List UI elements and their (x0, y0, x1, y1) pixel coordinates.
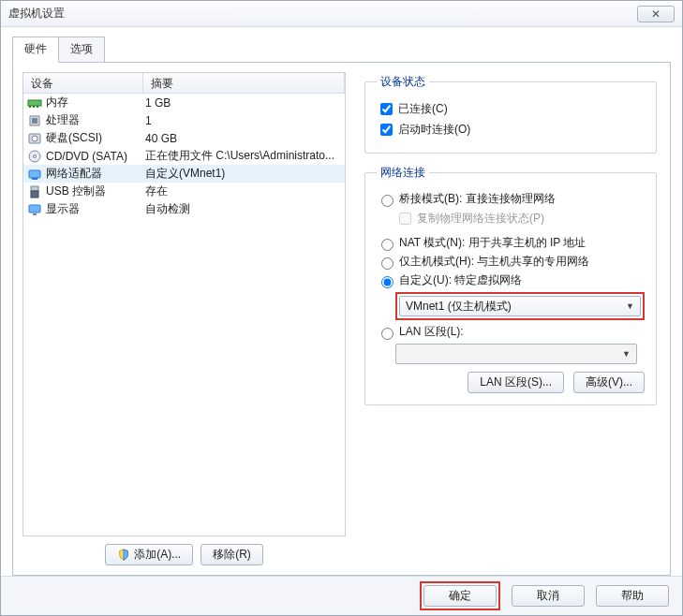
connect-poweron-checkbox-row[interactable]: 启动时连接(O) (377, 121, 645, 139)
vm-settings-window: 虚拟机设置 ✕ 硬件 选项 设备 摘要 内存1 GB处理器1硬盘(SCSI)40… (0, 0, 683, 616)
close-icon: ✕ (651, 7, 661, 21)
custom-label: 自定义(U): 特定虚拟网络 (399, 272, 522, 288)
replicate-label: 复制物理网络连接状态(P) (417, 211, 544, 227)
lan-label: LAN 区段(L): (399, 324, 464, 340)
list-item[interactable]: 内存1 GB (23, 94, 345, 111)
device-summary: 自定义(VMnet1) (145, 166, 345, 182)
custom-radio-row[interactable]: 自定义(U): 特定虚拟网络 (377, 272, 645, 288)
chevron-down-icon: ▼ (626, 301, 634, 311)
nat-label: NAT 模式(N): 用于共享主机的 IP 地址 (399, 235, 586, 251)
device-list: 设备 摘要 内存1 GB处理器1硬盘(SCSI)40 GBCD/DVD (SAT… (22, 72, 346, 536)
svg-point-7 (32, 136, 37, 141)
network-group: 网络连接 桥接模式(B): 直接连接物理网络 复制物理网络连接状态(P) NAT… (364, 165, 657, 405)
device-status-legend: 设备状态 (377, 74, 429, 90)
svg-rect-3 (37, 106, 38, 108)
custom-network-combo[interactable]: VMnet1 (仅主机模式) ▼ (399, 296, 641, 316)
chevron-down-icon: ▼ (622, 349, 631, 359)
bridged-radio[interactable] (381, 195, 393, 207)
custom-radio[interactable] (381, 276, 393, 288)
body: 硬件 选项 设备 摘要 内存1 GB处理器1硬盘(SCSI)40 GBCD/DV… (1, 27, 682, 576)
list-item[interactable]: CD/DVD (SATA)正在使用文件 C:\Users\Administrat… (23, 147, 345, 165)
net-icon (27, 167, 42, 182)
nat-radio-row[interactable]: NAT 模式(N): 用于共享主机的 IP 地址 (377, 235, 645, 251)
advanced-button[interactable]: 高级(V)... (573, 372, 645, 393)
connected-label: 已连接(C) (398, 101, 448, 117)
ok-button-highlight: 确定 (420, 581, 500, 610)
add-button[interactable]: 添加(A)... (105, 544, 193, 565)
help-button[interactable]: 帮助 (596, 585, 669, 607)
header-device[interactable]: 设备 (23, 73, 143, 93)
svg-rect-1 (29, 106, 31, 108)
advanced-button-label: 高级(V)... (586, 374, 632, 390)
device-summary: 存在 (145, 183, 345, 199)
custom-network-combo-value: VMnet1 (仅主机模式) (406, 299, 512, 315)
connect-poweron-label: 启动时连接(O) (398, 122, 470, 138)
svg-rect-5 (32, 118, 37, 124)
footer: 确定 取消 帮助 (1, 576, 682, 615)
hostonly-label: 仅主机模式(H): 与主机共享的专用网络 (399, 254, 589, 270)
connect-poweron-checkbox[interactable] (380, 124, 393, 136)
titlebar: 虚拟机设置 ✕ (1, 1, 682, 27)
ok-button-label: 确定 (449, 588, 471, 604)
memory-icon (27, 95, 42, 110)
remove-button[interactable]: 移除(R) (200, 544, 263, 565)
device-summary: 自动检测 (145, 201, 345, 217)
lan-segment-combo: ▼ (395, 344, 637, 364)
connected-checkbox-row[interactable]: 已连接(C) (377, 100, 645, 118)
svg-rect-2 (33, 106, 35, 108)
usb-icon (27, 184, 42, 199)
device-name: USB 控制器 (46, 183, 145, 199)
device-name: 内存 (46, 95, 145, 110)
lan-radio[interactable] (381, 328, 393, 340)
list-item[interactable]: 处理器1 (23, 111, 345, 129)
lan-radio-row[interactable]: LAN 区段(L): (377, 324, 645, 340)
svg-point-9 (34, 154, 37, 157)
cancel-button-label: 取消 (537, 588, 559, 604)
custom-combo-wrap: VMnet1 (仅主机模式) ▼ (395, 292, 645, 320)
custom-combo-highlight: VMnet1 (仅主机模式) ▼ (395, 292, 645, 320)
list-item[interactable]: 硬盘(SCSI)40 GB (23, 129, 345, 147)
svg-rect-12 (31, 186, 38, 191)
svg-rect-0 (28, 100, 41, 106)
network-legend: 网络连接 (377, 165, 429, 181)
lan-segments-button[interactable]: LAN 区段(S)... (468, 372, 564, 393)
add-button-label: 添加(A)... (134, 547, 181, 563)
tab-strip: 硬件 选项 (12, 37, 671, 63)
tab-options[interactable]: 选项 (58, 37, 105, 63)
hardware-panel: 设备 摘要 内存1 GB处理器1硬盘(SCSI)40 GBCD/DVD (SAT… (12, 62, 671, 576)
lan-combo-wrap: ▼ (395, 344, 645, 364)
cpu-icon (27, 113, 42, 128)
device-name: 处理器 (46, 112, 145, 128)
close-button[interactable]: ✕ (637, 6, 675, 22)
list-item[interactable]: 网络适配器自定义(VMnet1) (23, 165, 345, 183)
tab-options-label: 选项 (70, 42, 93, 55)
cancel-button[interactable]: 取消 (512, 585, 585, 607)
right-column: 设备状态 已连接(C) 启动时连接(O) 网络连接 桥接模式(B): 直接连接物 (355, 72, 661, 565)
hostonly-radio[interactable] (381, 257, 393, 270)
svg-rect-15 (33, 213, 37, 215)
help-button-label: 帮助 (621, 588, 644, 604)
display-icon (27, 202, 42, 217)
connected-checkbox[interactable] (380, 103, 393, 115)
lan-segments-button-label: LAN 区段(S)... (480, 374, 552, 390)
hostonly-radio-row[interactable]: 仅主机模式(H): 与主机共享的专用网络 (377, 254, 645, 270)
remove-button-label: 移除(R) (213, 547, 251, 563)
tab-hardware[interactable]: 硬件 (12, 37, 59, 63)
left-column: 设备 摘要 内存1 GB处理器1硬盘(SCSI)40 GBCD/DVD (SAT… (22, 72, 346, 565)
device-status-group: 设备状态 已连接(C) 启动时连接(O) (364, 74, 657, 154)
ok-button[interactable]: 确定 (423, 585, 497, 607)
svg-rect-13 (31, 191, 38, 198)
header-summary[interactable]: 摘要 (143, 73, 345, 93)
list-item[interactable]: 显示器自动检测 (23, 200, 345, 218)
window-title: 虚拟机设置 (8, 6, 65, 22)
cd-icon (27, 149, 42, 164)
bridged-radio-row[interactable]: 桥接模式(B): 直接连接物理网络 (377, 191, 645, 207)
network-button-row: LAN 区段(S)... 高级(V)... (377, 372, 645, 393)
device-summary: 正在使用文件 C:\Users\Administrato... (145, 148, 345, 164)
replicate-checkbox-row: 复制物理网络连接状态(P) (395, 210, 645, 227)
svg-rect-11 (32, 178, 37, 180)
list-item[interactable]: USB 控制器存在 (23, 183, 345, 200)
nat-radio[interactable] (381, 239, 393, 251)
shield-icon (117, 549, 130, 562)
device-name: 显示器 (46, 201, 145, 217)
